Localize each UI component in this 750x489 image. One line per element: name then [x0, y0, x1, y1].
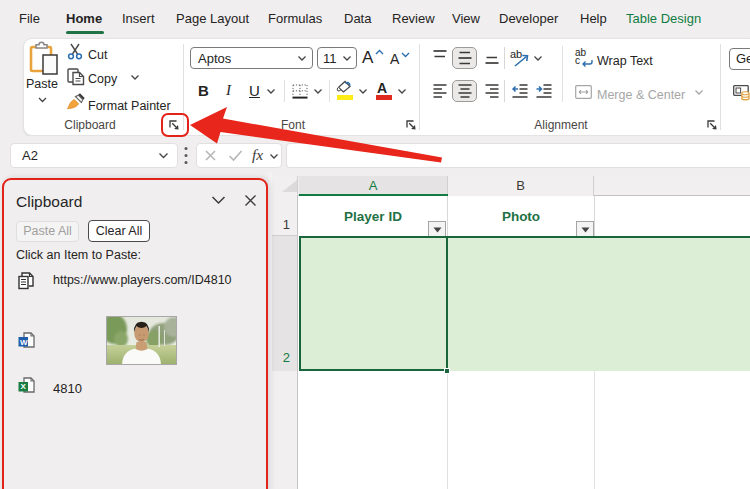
svg-text:W: W [20, 338, 28, 347]
svg-text:X: X [21, 382, 27, 391]
